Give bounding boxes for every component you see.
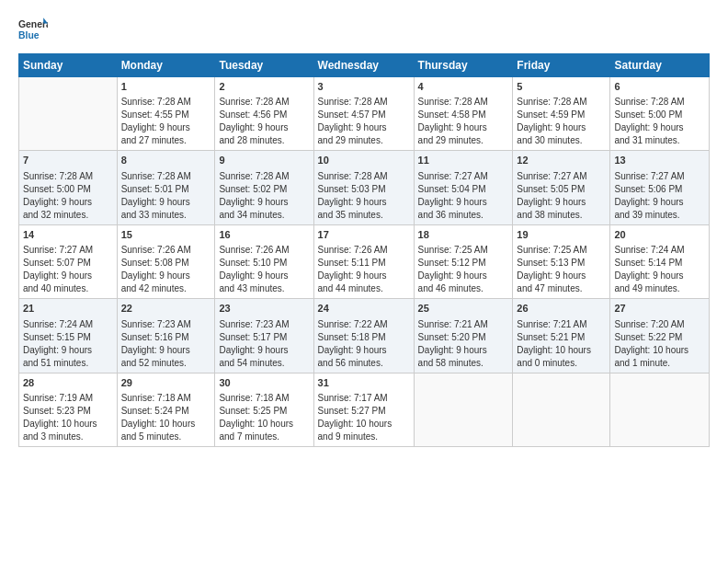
day-info: Daylight: 10 hours	[614, 344, 705, 357]
day-info: and 38 minutes.	[517, 209, 606, 222]
calendar-cell: 8Sunrise: 7:28 AMSunset: 5:01 PMDaylight…	[117, 151, 215, 224]
page: General Blue SundayMondayTuesdayWednesda…	[0, 0, 728, 563]
day-info: Sunset: 5:03 PM	[318, 183, 410, 196]
day-info: Daylight: 9 hours	[23, 344, 113, 357]
day-info: Daylight: 9 hours	[219, 121, 309, 134]
calendar-cell: 25Sunrise: 7:21 AMSunset: 5:20 PMDayligh…	[414, 299, 513, 373]
day-info: and 46 minutes.	[418, 282, 509, 295]
day-number: 17	[318, 228, 410, 242]
day-info: Sunset: 5:14 PM	[614, 257, 705, 270]
calendar-cell: 28Sunrise: 7:19 AMSunset: 5:23 PMDayligh…	[19, 373, 118, 446]
day-info: Sunrise: 7:26 AM	[219, 244, 309, 257]
header-row: SundayMondayTuesdayWednesdayThursdayFrid…	[19, 54, 710, 77]
day-info: Sunset: 5:25 PM	[219, 405, 309, 418]
day-info: Sunrise: 7:18 AM	[121, 392, 211, 405]
day-number: 19	[517, 228, 606, 242]
day-info: Daylight: 9 hours	[318, 344, 410, 357]
day-number: 22	[121, 302, 211, 316]
day-number: 24	[318, 302, 410, 316]
day-info: Daylight: 9 hours	[418, 344, 509, 357]
calendar-cell: 22Sunrise: 7:23 AMSunset: 5:16 PMDayligh…	[117, 299, 215, 373]
day-info: Sunrise: 7:28 AM	[418, 96, 509, 109]
day-info: Daylight: 9 hours	[418, 121, 509, 134]
day-header-sunday: Sunday	[19, 54, 118, 77]
day-info: and 42 minutes.	[121, 282, 211, 295]
day-info: Sunrise: 7:23 AM	[219, 318, 309, 331]
calendar-cell	[610, 373, 710, 446]
day-info: Sunrise: 7:19 AM	[23, 392, 113, 405]
day-number: 26	[517, 302, 606, 316]
day-info: Sunset: 5:16 PM	[121, 331, 211, 344]
calendar-cell: 29Sunrise: 7:18 AMSunset: 5:24 PMDayligh…	[117, 373, 215, 446]
day-info: Sunrise: 7:28 AM	[517, 96, 606, 109]
day-info: and 9 minutes.	[318, 431, 410, 443]
calendar-cell: 20Sunrise: 7:24 AMSunset: 5:14 PMDayligh…	[610, 224, 710, 298]
calendar-cell: 10Sunrise: 7:28 AMSunset: 5:03 PMDayligh…	[313, 151, 414, 224]
day-number: 18	[418, 228, 509, 242]
day-number: 30	[219, 376, 309, 390]
day-number: 16	[219, 228, 309, 242]
day-number: 3	[318, 80, 410, 94]
day-number: 2	[219, 80, 309, 94]
day-info: Daylight: 9 hours	[318, 121, 410, 134]
calendar-cell: 7Sunrise: 7:28 AMSunset: 5:00 PMDaylight…	[19, 151, 118, 224]
day-info: Sunset: 5:00 PM	[23, 183, 113, 196]
day-info: Sunset: 5:15 PM	[23, 331, 113, 344]
day-info: and 39 minutes.	[614, 209, 705, 222]
day-info: Daylight: 9 hours	[614, 121, 705, 134]
day-number: 31	[318, 376, 410, 390]
day-header-monday: Monday	[117, 54, 215, 77]
day-info: Sunrise: 7:27 AM	[23, 244, 113, 257]
day-info: and 36 minutes.	[418, 209, 509, 222]
calendar-cell: 24Sunrise: 7:22 AMSunset: 5:18 PMDayligh…	[313, 299, 414, 373]
day-info: Sunrise: 7:28 AM	[23, 170, 113, 183]
day-number: 27	[614, 302, 705, 316]
calendar-cell: 4Sunrise: 7:28 AMSunset: 4:58 PMDaylight…	[414, 77, 513, 151]
svg-text:Blue: Blue	[18, 30, 40, 40]
day-info: and 43 minutes.	[219, 282, 309, 295]
day-info: and 52 minutes.	[121, 357, 211, 370]
day-info: and 49 minutes.	[614, 282, 705, 295]
day-number: 13	[614, 154, 705, 167]
day-info: and 33 minutes.	[121, 209, 211, 222]
day-info: Sunrise: 7:28 AM	[318, 170, 410, 183]
calendar-cell	[19, 77, 118, 151]
day-info: Daylight: 9 hours	[219, 196, 309, 209]
day-info: and 30 minutes.	[517, 134, 606, 147]
calendar-cell: 12Sunrise: 7:27 AMSunset: 5:05 PMDayligh…	[513, 151, 610, 224]
day-info: Sunset: 5:18 PM	[318, 331, 410, 344]
calendar-cell: 3Sunrise: 7:28 AMSunset: 4:57 PMDaylight…	[313, 77, 414, 151]
day-info: Sunrise: 7:25 AM	[517, 244, 606, 257]
calendar-cell	[513, 373, 610, 446]
day-info: Sunrise: 7:21 AM	[517, 318, 606, 331]
day-info: Sunset: 4:59 PM	[517, 109, 606, 121]
day-info: Daylight: 9 hours	[614, 196, 705, 209]
day-number: 5	[517, 80, 606, 94]
calendar-cell: 13Sunrise: 7:27 AMSunset: 5:06 PMDayligh…	[610, 151, 710, 224]
day-info: Sunset: 5:05 PM	[517, 183, 606, 196]
day-info: Sunset: 5:17 PM	[219, 331, 309, 344]
day-info: Sunset: 5:13 PM	[517, 257, 606, 270]
day-info: Sunrise: 7:22 AM	[318, 318, 410, 331]
day-info: Sunset: 5:27 PM	[318, 405, 410, 418]
day-header-thursday: Thursday	[414, 54, 513, 77]
day-info: Sunrise: 7:20 AM	[614, 318, 705, 331]
calendar-cell: 14Sunrise: 7:27 AMSunset: 5:07 PMDayligh…	[19, 224, 118, 298]
day-header-saturday: Saturday	[610, 54, 710, 77]
day-info: Sunrise: 7:28 AM	[219, 96, 309, 109]
day-info: Sunrise: 7:28 AM	[614, 96, 705, 109]
day-info: Sunrise: 7:27 AM	[517, 170, 606, 183]
day-number: 12	[517, 154, 606, 167]
day-info: Daylight: 9 hours	[318, 196, 410, 209]
calendar-cell: 11Sunrise: 7:27 AMSunset: 5:04 PMDayligh…	[414, 151, 513, 224]
day-info: Sunrise: 7:28 AM	[121, 170, 211, 183]
day-header-wednesday: Wednesday	[313, 54, 414, 77]
day-info: and 44 minutes.	[318, 282, 410, 295]
calendar-cell: 5Sunrise: 7:28 AMSunset: 4:59 PMDaylight…	[513, 77, 610, 151]
day-info: Sunset: 5:07 PM	[23, 257, 113, 270]
day-info: Sunrise: 7:26 AM	[318, 244, 410, 257]
day-info: Sunset: 5:11 PM	[318, 257, 410, 270]
day-info: and 29 minutes.	[318, 134, 410, 147]
calendar-cell: 31Sunrise: 7:17 AMSunset: 5:27 PMDayligh…	[313, 373, 414, 446]
calendar-cell: 16Sunrise: 7:26 AMSunset: 5:10 PMDayligh…	[215, 224, 313, 298]
